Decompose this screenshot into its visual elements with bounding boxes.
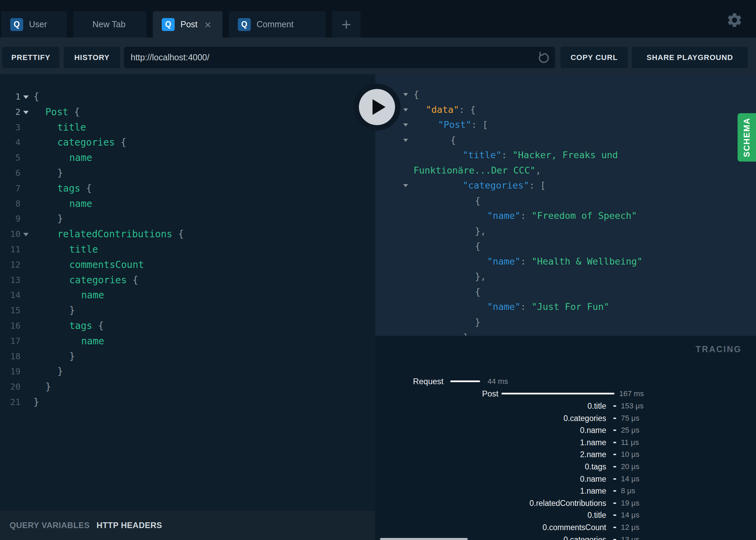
code-token: "name": [487, 256, 521, 267]
code-text: }: [33, 166, 63, 181]
code-token: "name": [487, 210, 521, 221]
editor-line: 21}: [0, 395, 375, 410]
code-token: {: [475, 195, 480, 206]
editor-bottom-bar: QUERY VARIABLES HTTP HEADERS: [0, 510, 375, 540]
share-playground-button[interactable]: SHARE PLAYGROUND: [632, 47, 748, 68]
settings-gear-icon[interactable]: [726, 12, 743, 29]
tab-user[interactable]: QUser: [1, 11, 67, 38]
code-token: categories: [69, 274, 127, 286]
code-token: }: [475, 317, 480, 327]
tracing-panel: TRACING Request44 msPost167 ms0.title153…: [375, 336, 756, 540]
line-number: 6: [0, 166, 20, 181]
fold-arrow-icon[interactable]: [403, 108, 408, 111]
close-icon[interactable]: ×: [204, 19, 211, 30]
editor-line: 16tags {: [0, 318, 375, 334]
play-icon: [373, 99, 386, 115]
tracing-row: 0.commentsCount12 μs: [375, 521, 756, 534]
tracing-time: 13 μs: [621, 534, 639, 540]
code-token: name: [81, 335, 104, 347]
code-token: {: [450, 135, 456, 145]
fold-arrow-icon[interactable]: [403, 123, 408, 126]
fold-arrow-icon[interactable]: [403, 93, 408, 96]
line-number: 18: [0, 349, 20, 364]
code-text: categories {: [33, 135, 126, 150]
line-number: 21: [0, 395, 20, 410]
response-line: "categories": [: [375, 178, 756, 193]
tracing-row: 1.name11 μs: [375, 436, 756, 449]
code-text: }: [33, 211, 63, 227]
http-headers-tab[interactable]: HTTP HEADERS: [97, 521, 162, 530]
editor-line: 13categories {: [0, 273, 375, 288]
response-line: Funktionäre...Der CCC",: [375, 163, 756, 178]
tracing-field-label: 2.name: [580, 448, 606, 461]
tracing-dash: [613, 539, 616, 540]
code-token: Post: [45, 106, 68, 118]
tracing-field-label: 0.relatedContributions: [529, 497, 606, 509]
code-token: Funktionäre...Der CCC": [413, 165, 536, 176]
tracing-field-label: 1.name: [580, 485, 606, 497]
tracing-time: 12 μs: [621, 521, 639, 534]
fold-arrow-icon[interactable]: [403, 184, 408, 187]
editor-line: 2Post {: [0, 105, 375, 120]
code-token: title: [57, 122, 86, 133]
code-text: commentsCount: [33, 257, 144, 273]
add-tab-button[interactable]: +: [332, 11, 361, 38]
editor-line: 10relatedContributions {: [0, 227, 375, 242]
response-line: {: [375, 87, 756, 102]
fold-arrow-icon[interactable]: [403, 139, 408, 142]
response-line: "Post": [: [375, 117, 756, 133]
tab-post[interactable]: QPost×: [153, 11, 222, 38]
query-editor[interactable]: 1{2Post {3title4categories {5name6}7tags…: [0, 74, 375, 510]
query-editor-lines: 1{2Post {3title4categories {5name6}7tags…: [0, 89, 375, 410]
code-token: }: [57, 366, 63, 377]
response-line: },: [375, 224, 756, 239]
code-token: : {: [459, 104, 476, 115]
tab-label: User: [29, 19, 47, 29]
line-number: 19: [0, 364, 20, 379]
tracing-bar: [450, 380, 480, 382]
fold-arrow-icon[interactable]: [23, 111, 29, 114]
execute-query-button[interactable]: [353, 84, 401, 131]
code-text: title: [33, 120, 86, 135]
code-token: "Health & Wellbeing": [532, 256, 642, 267]
toolbar: PRETTIFY HISTORY COPY CURL SHARE PLAYGRO…: [0, 38, 756, 74]
tab-comment[interactable]: QComment: [229, 11, 325, 38]
code-token: {: [80, 183, 92, 194]
code-token: }: [57, 213, 63, 224]
code-token: : [: [471, 119, 488, 130]
code-token: name: [69, 198, 92, 209]
line-number: 1: [0, 89, 20, 105]
response-line: {: [375, 239, 756, 254]
query-variables-tab[interactable]: QUERY VARIABLES: [10, 521, 90, 530]
tracing-time: 167 ms: [619, 388, 644, 400]
fold-arrow-icon[interactable]: [23, 95, 29, 99]
graphql-playground-window: QUserNew TabQPost×QComment+ PRETTIFY HIS…: [0, 0, 756, 540]
code-token: commentsCount: [69, 259, 144, 270]
tracing-dash: [613, 442, 616, 443]
code-token: }: [69, 305, 75, 316]
tracing-time: 10 μs: [621, 448, 639, 461]
fold-arrow-icon[interactable]: [23, 233, 29, 236]
tab-new-tab[interactable]: New Tab: [73, 11, 146, 38]
line-number: 10: [0, 227, 20, 242]
response-line: {: [375, 284, 756, 300]
tab-label: Post: [180, 19, 198, 29]
code-text: {: [33, 89, 39, 105]
line-number: 9: [0, 211, 20, 227]
editor-line: 15}: [0, 303, 375, 318]
tracing-scrollbar[interactable]: [380, 538, 468, 540]
tracing-time: 19 μs: [621, 497, 639, 509]
copy-curl-button[interactable]: COPY CURL: [561, 47, 628, 68]
tracing-row: 1.name8 μs: [375, 485, 756, 497]
endpoint-url-bar: [124, 47, 555, 68]
reload-schema-icon[interactable]: [536, 50, 551, 65]
code-text: tags {: [33, 318, 104, 334]
prettify-button[interactable]: PRETTIFY: [2, 47, 59, 68]
tracing-field-label: 0.categories: [564, 534, 606, 540]
endpoint-url-input[interactable]: [124, 47, 536, 68]
code-token: :: [521, 301, 532, 312]
schema-side-tab[interactable]: SCHEMA: [738, 113, 756, 162]
line-number: 3: [0, 120, 20, 135]
history-button[interactable]: HISTORY: [64, 47, 120, 68]
tracing-time: 8 μs: [621, 485, 635, 497]
